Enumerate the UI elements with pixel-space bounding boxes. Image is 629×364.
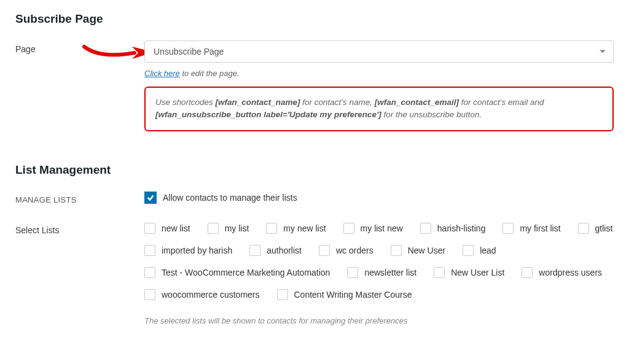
list-checks-grid: new listmy listmy new listmy list newhar…: [144, 222, 614, 300]
checkbox-empty-icon: [144, 267, 155, 278]
checkbox-empty-icon: [208, 223, 219, 234]
checkbox-empty-icon: [420, 223, 431, 234]
list-item-label: my list: [225, 223, 249, 233]
list-item[interactable]: woocommerce customers: [144, 289, 260, 300]
label-text-page: Page: [15, 44, 36, 54]
sc-mid1: for contact's name,: [300, 98, 375, 107]
list-item[interactable]: harish-listing: [420, 223, 486, 234]
list-item-label: imported by harish: [162, 246, 232, 255]
list-item[interactable]: New User: [391, 245, 445, 256]
subscribe-page-title: Subscribe Page: [15, 12, 614, 26]
list-item[interactable]: new list: [144, 223, 190, 234]
list-item-label: harish-listing: [437, 223, 486, 233]
list-item[interactable]: my first list: [502, 223, 560, 234]
list-item-label: new list: [162, 223, 190, 233]
list-item[interactable]: Test - WooCommerce Marketing Automation: [144, 267, 330, 278]
list-item-label: my first list: [520, 223, 560, 233]
list-item[interactable]: wordpress users: [522, 267, 602, 278]
checkbox-empty-icon: [434, 267, 445, 278]
label-text-select-lists: Select Lists: [15, 225, 60, 235]
list-item[interactable]: my list new: [343, 223, 403, 234]
list-item[interactable]: my list: [208, 223, 249, 234]
sc-code2: [wfan_contact_email]: [375, 98, 459, 107]
list-item[interactable]: newsletter list: [347, 267, 416, 278]
list-item[interactable]: wc orders: [319, 245, 373, 256]
checkbox-empty-icon: [319, 245, 330, 256]
manage-lists-label: MANAGE LISTS: [15, 192, 144, 204]
checkbox-empty-icon: [144, 245, 155, 256]
checkbox-empty-icon: [249, 245, 260, 256]
sc-code1: [wfan_contact_name]: [216, 98, 300, 107]
checkbox-empty-icon: [578, 223, 589, 234]
list-item-label: wc orders: [336, 246, 373, 255]
list-item-label: Content Writing Master Course: [294, 290, 412, 300]
list-item-label: gtlist: [595, 223, 613, 233]
allow-contacts-checkbox[interactable]: Allow contacts to manage their lists: [144, 192, 297, 204]
list-management-title: List Management: [15, 163, 614, 177]
page-select[interactable]: Unsubscribe Page: [144, 41, 614, 63]
checkbox-empty-icon: [502, 223, 514, 234]
sc-prefix: Use shortcodes: [155, 98, 216, 107]
list-item-label: Test - WooCommerce Marketing Automation: [162, 268, 330, 277]
list-item-label: newsletter list: [364, 268, 416, 277]
click-here-link[interactable]: Click here: [144, 69, 180, 78]
edit-page-hint: Click here to edit the page.: [144, 69, 614, 78]
list-item[interactable]: authorlist: [249, 245, 302, 256]
checkbox-empty-icon: [144, 289, 155, 300]
checkbox-empty-icon: [522, 267, 533, 278]
list-item-label: my new list: [283, 223, 326, 233]
list-item-label: woocommerce customers: [162, 290, 260, 300]
list-item[interactable]: New User List: [434, 267, 504, 278]
label-text-manage-lists: MANAGE LISTS: [15, 195, 77, 204]
list-item[interactable]: lead: [463, 245, 496, 256]
allow-contacts-label: Allow contacts to manage their lists: [163, 193, 297, 203]
checkbox-empty-icon: [463, 245, 474, 256]
list-item-label: New User: [408, 246, 445, 255]
sc-suffix: for the unsubscribe button.: [381, 110, 482, 119]
checkbox-empty-icon: [277, 289, 288, 300]
list-item-label: wordpress users: [539, 268, 602, 277]
sc-mid2: for contact's email and: [459, 98, 544, 107]
list-item-label: my list new: [361, 223, 403, 233]
checkbox-empty-icon: [391, 245, 402, 256]
list-item[interactable]: gtlist: [578, 223, 613, 234]
sc-code3: [wfan_unsubscribe_button label='Update m…: [155, 110, 381, 119]
checkbox-empty-icon: [343, 223, 354, 234]
lists-footer-hint: The selected lists will be shown to cont…: [144, 316, 614, 325]
shortcode-info-box: Use shortcodes [wfan_contact_name] for c…: [144, 87, 614, 131]
checkbox-empty-icon: [347, 267, 358, 278]
page-select-value: Unsubscribe Page: [154, 47, 224, 56]
checkbox-empty-icon: [144, 223, 155, 234]
click-here-suffix: to edit the page.: [180, 69, 240, 78]
checkbox-checked-icon: [144, 192, 157, 204]
list-item[interactable]: my new list: [266, 223, 326, 234]
list-item-label: New User List: [451, 268, 504, 277]
list-item[interactable]: imported by harish: [144, 245, 232, 256]
list-item-label: lead: [480, 246, 496, 255]
select-lists-label: Select Lists: [15, 222, 144, 235]
list-item-label: authorlist: [267, 246, 302, 255]
checkbox-empty-icon: [266, 223, 277, 234]
page-label: Page: [15, 41, 144, 54]
list-item[interactable]: Content Writing Master Course: [277, 289, 412, 300]
